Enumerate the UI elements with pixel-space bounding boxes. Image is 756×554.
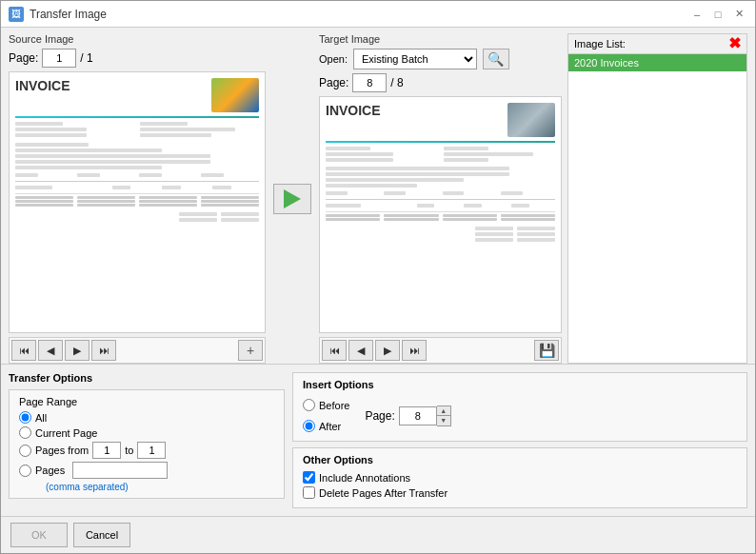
source-prev-btn[interactable]: ◀ — [38, 340, 63, 361]
page-range-group: Page Range All Current Page Pages from — [9, 389, 285, 499]
insert-page-spin: ▲ ▼ — [399, 406, 451, 426]
transfer-options: Transfer Options Page Range All Current … — [9, 372, 285, 508]
all-label: All — [35, 412, 47, 424]
before-radio[interactable] — [303, 399, 315, 411]
spin-up-button[interactable]: ▲ — [437, 406, 450, 416]
after-radio[interactable] — [303, 420, 315, 432]
image-list-close-icon[interactable]: ✖ — [728, 36, 741, 51]
target-invoice-title: INVOICE — [326, 103, 381, 137]
batch-select[interactable]: Existing Batch — [353, 49, 477, 69]
target-invoice-image — [507, 103, 555, 137]
target-page-nav: Page: / 8 — [319, 73, 562, 92]
before-label: Before — [319, 400, 349, 411]
current-page-radio-row: Current Page — [19, 426, 274, 439]
insert-options-title: Insert Options — [303, 379, 737, 390]
source-page-total: / 1 — [80, 51, 92, 65]
spin-buttons: ▲ ▼ — [437, 406, 451, 426]
spin-down-button[interactable]: ▼ — [437, 416, 450, 425]
target-column: Target Image Open: Existing Batch 🔍 Page… — [319, 33, 562, 364]
arrow-right-icon — [284, 189, 301, 208]
target-next-btn[interactable]: ▶ — [375, 340, 400, 361]
pages-from-radio-row: Pages from to — [19, 442, 274, 459]
transfer-arrow-button[interactable] — [273, 184, 311, 214]
source-label: Source Image — [9, 33, 266, 45]
target-prev-btn[interactable]: ◀ — [348, 340, 373, 361]
target-label: Target Image — [319, 33, 562, 45]
current-page-label: Current Page — [35, 427, 97, 439]
target-preview: INVOICE — [319, 96, 562, 333]
pages-text-input[interactable] — [72, 462, 168, 479]
insert-page-input[interactable] — [399, 406, 437, 425]
image-list-item[interactable]: 2020 Invoices — [568, 54, 746, 71]
include-annotations-row: Include Annotations — [303, 471, 737, 484]
delete-pages-row: Delete Pages After Transfer — [303, 486, 737, 499]
source-page-label: Page: — [9, 51, 38, 65]
image-list-label: Image List: — [574, 38, 626, 49]
page-range-label: Page Range — [19, 396, 274, 407]
image-list-header: Image List: ✖ — [567, 33, 747, 53]
bottom-section: Transfer Options Page Range All Current … — [1, 364, 755, 516]
delete-pages-checkbox[interactable] — [303, 486, 315, 499]
open-label: Open: — [319, 53, 348, 65]
cancel-button[interactable]: Cancel — [73, 523, 130, 547]
source-target-area: Source Image Page: / 1 INVOICE — [1, 28, 755, 364]
target-nav-bar: ⏮ ◀ ▶ ⏭ 💾 — [319, 337, 562, 364]
target-page-label: Page: — [319, 76, 348, 89]
all-radio-row: All — [19, 411, 274, 424]
source-page-nav: Page: / 1 — [9, 49, 266, 68]
main-body: Source Image Page: / 1 INVOICE — [1, 28, 755, 516]
title-bar: 🖼 Transfer Image – □ ✕ — [1, 1, 755, 28]
target-first-btn[interactable]: ⏮ — [322, 340, 347, 361]
target-header: Open: Existing Batch 🔍 — [319, 49, 562, 69]
minimize-button[interactable]: – — [688, 6, 706, 23]
pages-to-input[interactable] — [137, 442, 166, 459]
include-annotations-checkbox[interactable] — [303, 471, 315, 484]
source-first-btn[interactable]: ⏮ — [11, 340, 36, 361]
after-radio-row: After — [303, 420, 349, 432]
target-page-input[interactable] — [352, 73, 387, 92]
image-list-item-name: 2020 Invoices — [574, 57, 639, 69]
source-add-btn[interactable]: + — [238, 340, 263, 361]
footer: OK Cancel — [1, 516, 755, 553]
before-radio-row: Before — [303, 399, 349, 411]
target-page-total: / 8 — [390, 76, 403, 89]
all-radio[interactable] — [19, 411, 31, 424]
after-label: After — [319, 421, 341, 432]
image-list-column: Image List: ✖ 2020 Invoices — [567, 33, 747, 364]
current-page-radio[interactable] — [19, 426, 31, 439]
source-invoice-image — [211, 78, 259, 112]
source-invoice-title: INVOICE — [15, 78, 70, 112]
delete-pages-label: Delete Pages After Transfer — [319, 487, 448, 499]
window-icon: 🖼 — [9, 7, 24, 22]
target-add-btn[interactable]: 💾 — [534, 340, 559, 361]
pages-from-label: Pages from — [35, 445, 89, 456]
comma-hint: (comma separated) — [46, 482, 274, 492]
source-nav-bar: ⏮ ◀ ▶ ⏭ + — [9, 337, 266, 364]
target-last-btn[interactable]: ⏭ — [402, 340, 427, 361]
pages-from-radio[interactable] — [19, 445, 31, 457]
source-preview: INVOICE — [9, 71, 266, 333]
right-options: Insert Options Before After — [292, 372, 747, 508]
source-next-btn[interactable]: ▶ — [65, 340, 90, 361]
source-last-btn[interactable]: ⏭ — [91, 340, 116, 361]
transfer-options-title: Transfer Options — [9, 372, 285, 384]
pages-radio-row: Pages — [19, 462, 274, 479]
ok-button[interactable]: OK — [10, 523, 68, 547]
other-options: Other Options Include Annotations Delete… — [292, 447, 747, 508]
close-button[interactable]: ✕ — [730, 6, 747, 23]
include-annotations-label: Include Annotations — [319, 472, 410, 484]
transfer-image-window: 🖼 Transfer Image – □ ✕ Source Image Page… — [0, 0, 756, 554]
scan-button[interactable]: 🔍 — [483, 49, 509, 69]
pages-radio[interactable] — [19, 465, 31, 477]
arrow-column — [271, 33, 313, 364]
pages-from-input[interactable] — [92, 442, 121, 459]
insert-options: Insert Options Before After — [292, 372, 747, 442]
source-column: Source Image Page: / 1 INVOICE — [9, 33, 266, 364]
insert-page-label: Page: — [365, 409, 394, 423]
image-list-body[interactable]: 2020 Invoices — [567, 53, 747, 364]
source-page-input[interactable] — [42, 49, 76, 68]
other-options-title: Other Options — [303, 454, 737, 465]
maximize-button[interactable]: □ — [709, 6, 726, 23]
pages-to-label: to — [125, 445, 133, 456]
title-bar-controls: – □ ✕ — [688, 6, 747, 23]
